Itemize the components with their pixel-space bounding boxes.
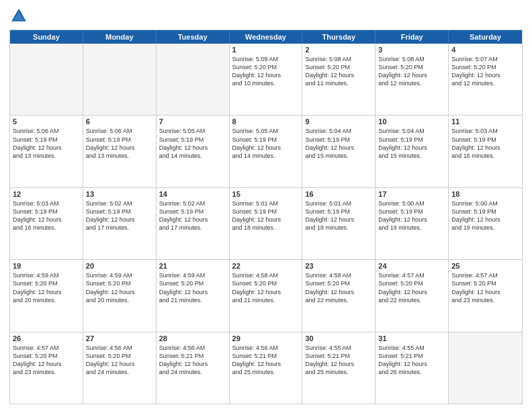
calendar-cell: 10Sunrise: 5:04 AM Sunset: 5:19 PM Dayli… (375, 116, 449, 187)
calendar-cell: 18Sunrise: 5:00 AM Sunset: 5:19 PM Dayli… (449, 188, 522, 259)
calendar-cell: 6Sunrise: 5:06 AM Sunset: 5:19 PM Daylig… (83, 116, 157, 187)
day-info: Sunrise: 4:56 AM Sunset: 5:21 PM Dayligh… (232, 344, 300, 377)
calendar-body: 1Sunrise: 5:09 AM Sunset: 5:20 PM Daylig… (10, 44, 522, 404)
calendar-cell: 15Sunrise: 5:01 AM Sunset: 5:19 PM Dayli… (230, 188, 303, 259)
day-number: 27 (86, 334, 153, 342)
calendar-cell: 21Sunrise: 4:59 AM Sunset: 5:20 PM Dayli… (157, 260, 230, 331)
calendar-cell (83, 44, 157, 115)
calendar-cell: 29Sunrise: 4:56 AM Sunset: 5:21 PM Dayli… (230, 332, 303, 404)
day-number: 1 (232, 46, 300, 54)
calendar-cell: 5Sunrise: 5:06 AM Sunset: 5:19 PM Daylig… (10, 116, 83, 187)
calendar-cell: 7Sunrise: 5:05 AM Sunset: 5:19 PM Daylig… (157, 116, 230, 187)
day-number: 20 (86, 262, 153, 270)
day-number: 26 (13, 334, 80, 342)
calendar-cell: 14Sunrise: 5:02 AM Sunset: 5:19 PM Dayli… (157, 188, 230, 259)
day-number: 13 (86, 190, 153, 198)
calendar-cell: 24Sunrise: 4:57 AM Sunset: 5:20 PM Dayli… (375, 260, 449, 331)
day-number: 12 (13, 190, 80, 198)
calendar-cell (449, 332, 522, 404)
day-info: Sunrise: 4:55 AM Sunset: 5:21 PM Dayligh… (378, 344, 445, 377)
day-info: Sunrise: 5:06 AM Sunset: 5:19 PM Dayligh… (86, 127, 153, 160)
day-info: Sunrise: 4:56 AM Sunset: 5:20 PM Dayligh… (86, 344, 153, 377)
calendar-cell: 1Sunrise: 5:09 AM Sunset: 5:20 PM Daylig… (230, 44, 303, 115)
day-number: 31 (378, 334, 445, 342)
day-number: 11 (451, 118, 519, 126)
day-info: Sunrise: 5:04 AM Sunset: 5:19 PM Dayligh… (305, 127, 372, 160)
day-number: 3 (378, 46, 445, 54)
day-info: Sunrise: 5:03 AM Sunset: 5:19 PM Dayligh… (13, 199, 80, 232)
day-number: 7 (159, 118, 226, 126)
day-info: Sunrise: 5:09 AM Sunset: 5:20 PM Dayligh… (232, 55, 300, 88)
day-number: 30 (305, 334, 372, 342)
day-number: 28 (159, 334, 226, 342)
logo-icon (9, 7, 28, 26)
calendar-cell (157, 44, 230, 115)
calendar-cell: 31Sunrise: 4:55 AM Sunset: 5:21 PM Dayli… (375, 332, 449, 404)
day-number: 4 (451, 46, 519, 54)
day-info: Sunrise: 5:05 AM Sunset: 5:19 PM Dayligh… (159, 127, 226, 160)
day-number: 24 (378, 262, 445, 270)
day-number: 19 (13, 262, 80, 270)
day-info: Sunrise: 4:55 AM Sunset: 5:21 PM Dayligh… (305, 344, 372, 377)
day-number: 23 (305, 262, 372, 270)
calendar-cell: 25Sunrise: 4:57 AM Sunset: 5:20 PM Dayli… (449, 260, 522, 331)
day-number: 18 (451, 190, 519, 198)
calendar-cell: 9Sunrise: 5:04 AM Sunset: 5:19 PM Daylig… (302, 116, 375, 187)
calendar-cell: 20Sunrise: 4:59 AM Sunset: 5:20 PM Dayli… (83, 260, 157, 331)
calendar-cell: 26Sunrise: 4:57 AM Sunset: 5:20 PM Dayli… (10, 332, 83, 404)
calendar-cell: 11Sunrise: 5:03 AM Sunset: 5:19 PM Dayli… (449, 116, 522, 187)
day-number: 5 (13, 118, 80, 126)
calendar-cell: 23Sunrise: 4:58 AM Sunset: 5:20 PM Dayli… (302, 260, 375, 331)
calendar-cell: 13Sunrise: 5:02 AM Sunset: 5:19 PM Dayli… (83, 188, 157, 259)
header-day-monday: Monday (83, 30, 157, 44)
day-info: Sunrise: 4:57 AM Sunset: 5:20 PM Dayligh… (451, 271, 519, 304)
day-number: 9 (305, 118, 372, 126)
day-info: Sunrise: 4:59 AM Sunset: 5:20 PM Dayligh… (13, 271, 80, 304)
logo (9, 7, 31, 26)
day-info: Sunrise: 4:59 AM Sunset: 5:20 PM Dayligh… (159, 271, 226, 304)
header-day-thursday: Thursday (302, 30, 375, 44)
calendar-cell: 28Sunrise: 4:56 AM Sunset: 5:21 PM Dayli… (157, 332, 230, 404)
header (9, 7, 523, 26)
day-info: Sunrise: 5:06 AM Sunset: 5:19 PM Dayligh… (13, 127, 80, 160)
day-number: 14 (159, 190, 226, 198)
calendar-cell: 3Sunrise: 5:08 AM Sunset: 5:20 PM Daylig… (375, 44, 449, 115)
day-number: 8 (232, 118, 300, 126)
day-info: Sunrise: 5:05 AM Sunset: 5:19 PM Dayligh… (232, 127, 300, 160)
calendar-cell: 16Sunrise: 5:01 AM Sunset: 5:19 PM Dayli… (302, 188, 375, 259)
calendar-cell: 8Sunrise: 5:05 AM Sunset: 5:19 PM Daylig… (230, 116, 303, 187)
day-info: Sunrise: 5:01 AM Sunset: 5:19 PM Dayligh… (305, 199, 372, 232)
calendar-cell: 17Sunrise: 5:00 AM Sunset: 5:19 PM Dayli… (375, 188, 449, 259)
calendar-cell: 30Sunrise: 4:55 AM Sunset: 5:21 PM Dayli… (302, 332, 375, 404)
calendar-cell: 27Sunrise: 4:56 AM Sunset: 5:20 PM Dayli… (83, 332, 157, 404)
calendar-header: SundayMondayTuesdayWednesdayThursdayFrid… (10, 30, 522, 44)
calendar-week-5: 26Sunrise: 4:57 AM Sunset: 5:20 PM Dayli… (10, 332, 522, 404)
header-day-saturday: Saturday (449, 30, 522, 44)
page: SundayMondayTuesdayWednesdayThursdayFrid… (0, 0, 532, 411)
calendar: SundayMondayTuesdayWednesdayThursdayFrid… (9, 30, 523, 404)
day-number: 21 (159, 262, 226, 270)
day-info: Sunrise: 4:57 AM Sunset: 5:20 PM Dayligh… (13, 344, 80, 377)
calendar-cell: 22Sunrise: 4:58 AM Sunset: 5:20 PM Dayli… (230, 260, 303, 331)
day-info: Sunrise: 5:01 AM Sunset: 5:19 PM Dayligh… (232, 199, 300, 232)
day-number: 2 (305, 46, 372, 54)
day-number: 10 (378, 118, 445, 126)
day-number: 29 (232, 334, 300, 342)
day-info: Sunrise: 4:57 AM Sunset: 5:20 PM Dayligh… (378, 271, 445, 304)
day-number: 22 (232, 262, 300, 270)
day-info: Sunrise: 5:07 AM Sunset: 5:20 PM Dayligh… (451, 55, 519, 88)
header-day-tuesday: Tuesday (157, 30, 230, 44)
day-number: 17 (378, 190, 445, 198)
day-number: 6 (86, 118, 153, 126)
day-info: Sunrise: 5:02 AM Sunset: 5:19 PM Dayligh… (159, 199, 226, 232)
calendar-cell (10, 44, 83, 115)
day-number: 16 (305, 190, 372, 198)
header-day-sunday: Sunday (10, 30, 83, 44)
day-info: Sunrise: 5:04 AM Sunset: 5:19 PM Dayligh… (378, 127, 445, 160)
day-info: Sunrise: 5:08 AM Sunset: 5:20 PM Dayligh… (305, 55, 372, 88)
calendar-week-3: 12Sunrise: 5:03 AM Sunset: 5:19 PM Dayli… (10, 188, 522, 260)
day-info: Sunrise: 5:00 AM Sunset: 5:19 PM Dayligh… (451, 199, 519, 232)
calendar-cell: 4Sunrise: 5:07 AM Sunset: 5:20 PM Daylig… (449, 44, 522, 115)
day-info: Sunrise: 4:58 AM Sunset: 5:20 PM Dayligh… (232, 271, 300, 304)
day-info: Sunrise: 5:03 AM Sunset: 5:19 PM Dayligh… (451, 127, 519, 160)
